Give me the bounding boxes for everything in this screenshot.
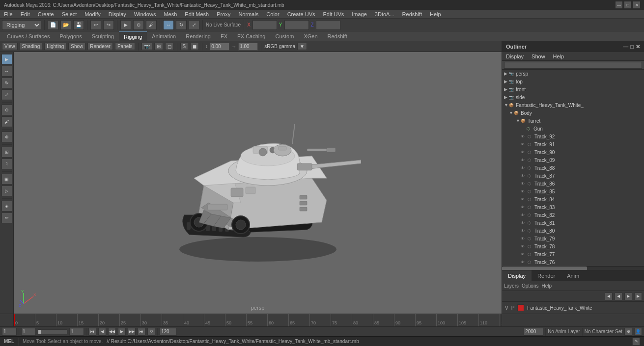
tree-item-track76[interactable]: 👁⬡Track_76	[502, 258, 644, 266]
select-tool[interactable]: ▶	[1, 54, 12, 65]
menu-windows[interactable]: Windows	[132, 11, 158, 17]
tree-item-gun[interactable]: ⬡ Gun	[502, 125, 644, 133]
lasso-tool-button[interactable]: ⊙	[133, 20, 144, 30]
menu-proxy[interactable]: Proxy	[215, 11, 232, 17]
vp-smooth-button[interactable]: S	[180, 43, 189, 50]
scale-tool-button[interactable]: ⤢	[189, 20, 199, 30]
range-start-field[interactable]	[69, 328, 84, 336]
outliner-minimize[interactable]: —	[623, 44, 628, 50]
vp-field1[interactable]: 0.00	[210, 43, 229, 51]
mode-selector[interactable]: Rigging Modeling Rigging Animation	[2, 20, 41, 30]
minimize-button[interactable]: —	[616, 1, 622, 8]
play-back-button[interactable]: ◀◀	[108, 328, 116, 336]
menu-select[interactable]: Select	[60, 11, 79, 17]
scale-tool[interactable]: ⤢	[1, 89, 12, 100]
tab-polygons[interactable]: Polygons	[55, 31, 86, 41]
frame-current-field[interactable]: 1	[21, 328, 36, 336]
tree-item-body[interactable]: ▼ 📦 Body	[502, 109, 644, 117]
outliner-menu-display[interactable]: Display	[504, 53, 526, 59]
y-field[interactable]	[284, 20, 309, 30]
menu-modify[interactable]: Modify	[83, 11, 102, 17]
outliner-tab-render[interactable]: Render	[532, 270, 561, 281]
tree-item-persp[interactable]: ▶ 📷 persp	[502, 70, 644, 78]
menu-create-uvs[interactable]: Create UVs	[285, 11, 317, 17]
vp-show-menu[interactable]: Show	[68, 43, 85, 50]
help-menu[interactable]: Help	[541, 283, 552, 289]
select-tool-button[interactable]: ▶	[120, 20, 131, 30]
new-file-button[interactable]: 📄	[48, 20, 58, 30]
menu-help[interactable]: Help	[428, 11, 443, 17]
tab-xgen[interactable]: XGen	[299, 31, 322, 41]
save-file-button[interactable]: 💾	[73, 20, 84, 30]
tree-item-track91[interactable]: 👁⬡Track_91	[502, 140, 644, 148]
tree-item-root[interactable]: ▼ 📦 Fantastic_Heavy_Tank_White_	[502, 101, 644, 109]
menu-normals[interactable]: Normals	[236, 11, 260, 17]
vp-grid-icon[interactable]: ⊞	[154, 43, 163, 50]
vp-camera-icon[interactable]: 📷	[141, 43, 152, 50]
outliner-menu-help[interactable]: Help	[551, 53, 566, 59]
tab-animation[interactable]: Animation	[147, 31, 181, 41]
tree-item-track80[interactable]: 👁⬡Track_80	[502, 227, 644, 235]
redo-button[interactable]: ↪	[103, 20, 114, 30]
outliner-tab-anim[interactable]: Anim	[561, 270, 585, 281]
outliner-menu-show[interactable]: Show	[530, 53, 547, 59]
tree-item-track86[interactable]: 👁⬡Track_86	[502, 180, 644, 187]
window-controls[interactable]: — □ ✕	[616, 1, 640, 8]
outliner-maximize[interactable]: □	[630, 44, 634, 50]
menu-3dtoa[interactable]: 3DtoA...	[373, 11, 396, 17]
tree-item-track82[interactable]: 👁⬡Track_82	[502, 211, 644, 219]
grease-pencil-tool[interactable]: ✏	[1, 213, 12, 223]
tree-item-track90[interactable]: 👁⬡Track_90	[502, 148, 644, 156]
show-manipulator-tool[interactable]: ⊕	[1, 132, 12, 142]
script-editor-button[interactable]: ✎	[632, 338, 640, 346]
rotate-tool-button[interactable]: ↻	[176, 20, 187, 30]
goto-end-button[interactable]: ⏭	[138, 328, 145, 336]
menu-display[interactable]: Display	[107, 11, 128, 17]
outliner-close[interactable]: ✕	[636, 44, 640, 50]
rotate-tool[interactable]: ↻	[1, 78, 12, 88]
timeline-ruler[interactable]: 0 5 10 15 20 25 30 35 40 45 50 55 60 65 …	[14, 314, 502, 326]
char-set-button[interactable]: 👤	[634, 328, 642, 336]
paint-tool[interactable]: 🖌	[1, 116, 12, 127]
goto-start-button[interactable]: ⏮	[88, 328, 96, 336]
tree-item-track92[interactable]: 👁⬡Track_92	[502, 133, 644, 140]
tree-item-track09[interactable]: 👁⬡Track_09	[502, 156, 644, 164]
outliner-tab-display[interactable]: Display	[502, 270, 532, 281]
viewport-canvas[interactable]: persp X Y Z	[14, 52, 502, 314]
playback-speed-field[interactable]	[524, 328, 543, 336]
tab-redshift[interactable]: Redshift	[323, 31, 352, 41]
menu-mesh[interactable]: Mesh	[162, 11, 179, 17]
menu-edit-uvs[interactable]: Edit UVs	[321, 11, 346, 17]
settings-button[interactable]: ⚙	[624, 328, 632, 336]
tree-item-turret[interactable]: ▼ 📦 Turret	[502, 117, 644, 125]
anim-icon2[interactable]: ◀	[615, 293, 622, 300]
options-menu[interactable]: Options	[522, 283, 538, 289]
undo-button[interactable]: ↩	[90, 20, 101, 30]
tree-item-side[interactable]: ▶ 📷 side	[502, 93, 644, 101]
close-button[interactable]: ✕	[633, 1, 640, 8]
menu-edit-mesh[interactable]: Edit Mesh	[183, 11, 211, 17]
step-forward-button[interactable]: ▶▶	[128, 328, 136, 336]
tab-curves-surfaces[interactable]: Curves / Surfaces	[2, 31, 55, 41]
x-field[interactable]	[252, 20, 277, 30]
outliner-search-input[interactable]	[504, 62, 642, 69]
menu-image[interactable]: Image	[350, 11, 369, 17]
tree-item-top[interactable]: ▶ 📷 top	[502, 78, 644, 85]
vp-field2[interactable]: 1.00	[238, 43, 258, 51]
snap-grid-tool[interactable]: ⊞	[1, 147, 12, 158]
menu-redshift[interactable]: Redshift	[400, 11, 424, 17]
tab-rigging[interactable]: Rigging	[119, 31, 147, 41]
tree-item-front[interactable]: ▶ 📷 front	[502, 85, 644, 93]
maximize-button[interactable]: □	[624, 1, 631, 8]
tab-fx[interactable]: FX	[216, 31, 232, 41]
vp-lighting-menu[interactable]: Lighting	[44, 43, 66, 50]
snap-curve-tool[interactable]: ⌇	[1, 159, 12, 169]
tab-rendering[interactable]: Rendering	[181, 31, 216, 41]
layers-menu[interactable]: Layers	[504, 283, 519, 289]
menu-edit[interactable]: Edit	[19, 11, 32, 17]
vp-shaded-button[interactable]: ◼	[190, 43, 199, 50]
soft-modify-tool[interactable]: ⊙	[1, 105, 12, 115]
quick-sel-tool[interactable]: ◈	[1, 201, 12, 212]
ipr-tool[interactable]: ▷	[1, 186, 12, 196]
open-file-button[interactable]: 📂	[60, 20, 71, 30]
